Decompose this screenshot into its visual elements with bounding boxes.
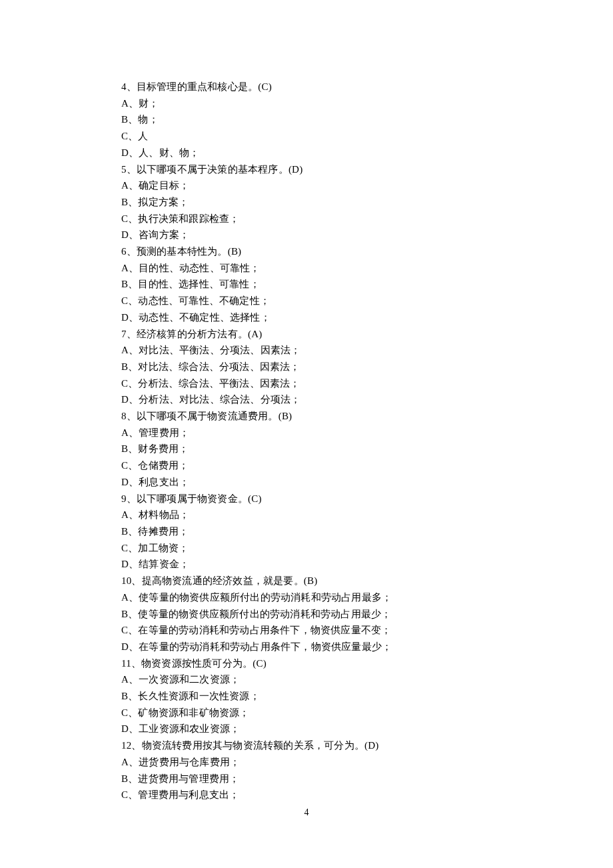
text-line: B、物； <box>121 111 480 128</box>
text-line: 12、物资流转费用按其与物资流转额的关系，可分为。(D) <box>121 737 480 754</box>
text-line: A、目的性、动态性、可靠性； <box>121 260 480 277</box>
text-line: B、长久性资源和一次性资源； <box>121 688 480 705</box>
text-line: D、在等量的劳动消耗和劳动占用条件下，物资供应量最少； <box>121 639 480 655</box>
text-line: A、一次资源和二次资源； <box>121 671 480 688</box>
text-line: C、动态性、可靠性、不确定性； <box>121 293 480 309</box>
text-line: 10、提高物资流通的经济效益，就是要。(B) <box>121 573 480 589</box>
text-line: C、矿物资源和非矿物资源； <box>121 705 480 721</box>
text-line: 5、以下哪项不属于决策的基本程序。(D) <box>121 161 480 178</box>
text-line: 7、经济核算的分析方法有。(A) <box>121 326 480 343</box>
text-line: C、仓储费用； <box>121 457 480 474</box>
text-line: D、动态性、不确定性、选择性； <box>121 309 480 326</box>
text-line: D、咨询方案； <box>121 227 480 243</box>
page-number: 4 <box>0 807 613 818</box>
text-line: 11、物资资源按性质可分为。(C) <box>121 655 480 672</box>
text-line: C、在等量的劳动消耗和劳动占用条件下，物资供应量不变； <box>121 622 480 639</box>
text-line: 6、预测的基本特性为。(B) <box>121 243 480 260</box>
text-line: C、执行决策和跟踪检查； <box>121 211 480 227</box>
text-line: A、财； <box>121 95 480 112</box>
text-line: C、分析法、综合法、平衡法、因素法； <box>121 375 480 392</box>
text-line: C、加工物资； <box>121 540 480 557</box>
text-line: 4、目标管理的重点和核心是。(C) <box>121 79 480 95</box>
text-line: B、目的性、选择性、可靠性； <box>121 276 480 293</box>
text-line: A、材料物品； <box>121 507 480 523</box>
text-line: D、利息支出； <box>121 474 480 491</box>
text-line: A、使等量的物资供应额所付出的劳动消耗和劳动占用最多； <box>121 589 480 606</box>
text-line: C、管理费用与利息支出； <box>121 787 480 803</box>
text-line: B、拟定方案； <box>121 194 480 211</box>
text-line: D、结算资金； <box>121 556 480 573</box>
text-line: B、进货费用与管理费用； <box>121 771 480 787</box>
text-line: A、进货费用与仓库费用； <box>121 754 480 771</box>
text-line: A、确定目标； <box>121 177 480 194</box>
text-line: A、对比法、平衡法、分项法、因素法； <box>121 342 480 359</box>
text-line: D、分析法、对比法、综合法、分项法； <box>121 391 480 408</box>
text-line: B、待摊费用； <box>121 523 480 540</box>
text-line: B、使等量的物资供应额所付出的劳动消耗和劳动占用最少； <box>121 606 480 623</box>
text-line: B、财务费用； <box>121 441 480 457</box>
text-line: A、管理费用； <box>121 425 480 441</box>
text-line: 9、以下哪项属于物资资金。(C) <box>121 491 480 507</box>
text-line: D、工业资源和农业资源； <box>121 721 480 737</box>
text-line: 8、以下哪项不属于物资流通费用。(B) <box>121 408 480 425</box>
text-line: B、对比法、综合法、分项法、因素法； <box>121 359 480 375</box>
document-body: 4、目标管理的重点和核心是。(C) A、财； B、物； C、人 D、人、财、物；… <box>0 0 480 803</box>
text-line: C、人 <box>121 128 480 145</box>
text-line: D、人、财、物； <box>121 145 480 161</box>
